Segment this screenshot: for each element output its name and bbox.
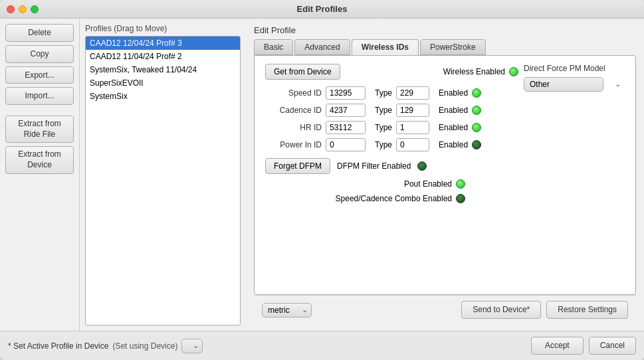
wireless-enabled-row: Wireless Enabled	[443, 67, 518, 76]
hr-id-row: HR ID Type Enabled	[265, 121, 518, 134]
cadence-type-label: Type	[375, 106, 392, 115]
delete-button[interactable]: Delete	[5, 24, 74, 42]
speed-type-label: Type	[375, 88, 392, 98]
footer-right: Accept Cancel	[531, 337, 636, 355]
maximize-button[interactable]	[31, 5, 39, 13]
list-item[interactable]: SystemSix	[86, 90, 240, 103]
tab-content-wireless-ids: Get from Device Wireless Enabled Speed I…	[254, 55, 636, 295]
extract-ride-button[interactable]: Extract fromRide File	[5, 116, 74, 143]
metric-select[interactable]: metric imperial	[262, 303, 312, 317]
extract-device-button[interactable]: Extract fromDevice	[5, 146, 74, 173]
cadence-id-label: Cadence ID	[265, 106, 322, 115]
profile-area: Profiles (Drag to Move) CAAD12 12/04/24 …	[80, 19, 246, 331]
footer-bar: * Set Active Profile in Device (Set usin…	[0, 331, 644, 360]
direct-force-select[interactable]: Other Quarq PowerTap SRM Stages	[524, 77, 603, 92]
dfpm-filter-led	[417, 161, 427, 171]
pout-row: Pout Enabled	[265, 179, 518, 189]
speed-cadence-combo-label: Speed/Cadence Combo Enabled	[336, 194, 452, 203]
power-in-type-label: Type	[375, 140, 392, 149]
list-item[interactable]: SuperSixEVOII	[86, 76, 240, 90]
list-item[interactable]: CAAD12 11/04/24 Prof# 2	[86, 50, 240, 63]
bottom-right-buttons: Send to Device* Restore Settings	[461, 301, 628, 319]
title-bar: Edit Profiles	[0, 0, 644, 19]
set-using-label: (Set using Device)	[112, 341, 177, 351]
close-button[interactable]	[7, 5, 15, 13]
hr-type-input[interactable]	[396, 121, 429, 134]
direct-force-select-container: Other Quarq PowerTap SRM Stages	[524, 77, 625, 92]
cadence-enabled-label: Enabled	[439, 106, 468, 115]
pout-enabled-label: Pout Enabled	[404, 179, 452, 189]
get-from-device-button[interactable]: Get from Device	[265, 64, 340, 80]
footer-left: * Set Active Profile in Device (Set usin…	[8, 339, 203, 353]
accept-button[interactable]: Accept	[531, 337, 584, 355]
direct-force-panel: Direct Force PM Model Other Quarq PowerT…	[518, 64, 625, 286]
cancel-button[interactable]: Cancel	[589, 337, 636, 355]
speed-id-input[interactable]	[326, 86, 366, 100]
tab-advanced[interactable]: Advanced	[294, 39, 350, 55]
traffic-lights	[7, 5, 39, 13]
tab-wireless-ids[interactable]: Wireless IDs	[352, 39, 419, 55]
power-in-id-label: Power In ID	[265, 140, 322, 149]
footer-select[interactable]	[181, 339, 203, 353]
import-button[interactable]: Import...	[5, 87, 74, 105]
main-content: Delete Copy Export... Import... Extract …	[0, 19, 644, 331]
bottom-bar: metric imperial Send to Device* Restore …	[254, 295, 636, 324]
wireless-enabled-led	[509, 67, 518, 76]
hr-enabled-led	[472, 123, 481, 132]
set-active-label: * Set Active Profile in Device	[8, 341, 108, 351]
speed-id-label: Speed ID	[265, 88, 322, 98]
tabs-bar: Basic Advanced Wireless IDs PowerStroke	[254, 39, 636, 55]
forget-dfpm-button[interactable]: Forget DFPM	[265, 158, 330, 174]
footer-select-container	[181, 339, 203, 353]
power-in-enabled-led	[472, 140, 481, 149]
power-in-type-input[interactable]	[396, 138, 429, 151]
right-panel: Edit Profile Basic Advanced Wireless IDs…	[246, 19, 644, 331]
power-in-id-input[interactable]	[326, 138, 366, 151]
hr-id-input[interactable]	[326, 121, 366, 134]
send-to-device-button[interactable]: Send to Device*	[461, 301, 541, 319]
export-button[interactable]: Export...	[5, 66, 74, 84]
minimize-button[interactable]	[19, 5, 27, 13]
tab-powerstroke[interactable]: PowerStroke	[420, 39, 486, 55]
speed-type-input[interactable]	[396, 86, 429, 100]
copy-button[interactable]: Copy	[5, 45, 74, 63]
restore-settings-button[interactable]: Restore Settings	[546, 301, 628, 319]
direct-force-label: Direct Force PM Model	[524, 64, 625, 73]
power-in-enabled-label: Enabled	[439, 140, 468, 149]
window-title: Edit Profiles	[297, 4, 348, 14]
cadence-type-input[interactable]	[396, 104, 429, 117]
list-item[interactable]: CAAD12 12/04/24 Prof# 3	[86, 37, 240, 50]
tab-basic[interactable]: Basic	[254, 39, 293, 55]
profile-list-label: Profiles (Drag to Move)	[85, 24, 241, 33]
power-in-id-row: Power In ID Type Enabled	[265, 138, 518, 151]
speed-enabled-label: Enabled	[439, 88, 468, 98]
dfpm-row: Forget DFPM DFPM Filter Enabled	[265, 158, 518, 174]
main-window: Edit Profiles Delete Copy Export... Impo…	[0, 0, 644, 360]
pout-enabled-led	[456, 179, 465, 189]
hr-enabled-label: Enabled	[439, 123, 468, 132]
metric-select-container: metric imperial	[262, 303, 312, 317]
list-item[interactable]: SystemSix, Tweaked 11/04/24	[86, 63, 240, 76]
edit-profile-label: Edit Profile	[254, 25, 636, 35]
speed-id-row: Speed ID Type Enabled	[265, 86, 518, 100]
wireless-main: Get from Device Wireless Enabled Speed I…	[265, 64, 518, 286]
wireless-enabled-label: Wireless Enabled	[443, 67, 505, 76]
speed-cadence-combo-led	[456, 194, 465, 203]
speed-enabled-led	[472, 88, 481, 98]
hr-type-label: Type	[375, 123, 392, 132]
cadence-enabled-led	[472, 106, 481, 115]
hr-id-label: HR ID	[265, 123, 322, 132]
speed-cadence-combo-row: Speed/Cadence Combo Enabled	[265, 194, 518, 203]
profile-list[interactable]: CAAD12 12/04/24 Prof# 3 CAAD12 11/04/24 …	[85, 36, 241, 325]
cadence-id-row: Cadence ID Type Enabled	[265, 104, 518, 117]
cadence-id-input[interactable]	[326, 104, 366, 117]
left-panel: Delete Copy Export... Import... Extract …	[0, 19, 80, 331]
dfpm-filter-label: DFPM Filter Enabled	[337, 161, 411, 171]
